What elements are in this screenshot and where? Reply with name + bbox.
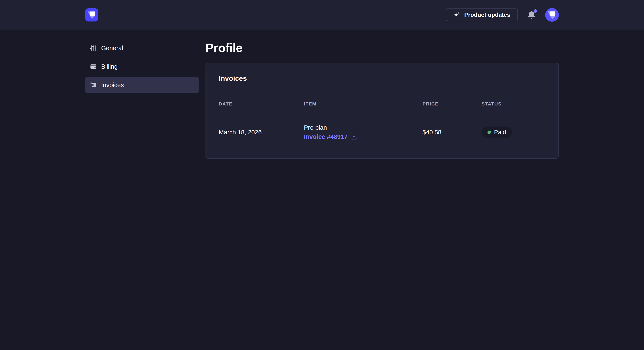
credit-card-icon [90, 63, 97, 70]
settings-layout: General Billing $ [0, 30, 644, 159]
status-label: Paid [494, 129, 506, 136]
download-icon[interactable] [351, 134, 357, 140]
sidebar-item-label: General [101, 45, 123, 52]
sliders-icon [90, 45, 97, 51]
sidebar-item-invoices[interactable]: $ Invoices [85, 77, 199, 93]
settings-sidebar: General Billing $ [85, 40, 199, 159]
strapi-mark-icon [545, 8, 559, 22]
status-dot-icon [488, 131, 491, 134]
sidebar-item-label: Billing [101, 63, 118, 70]
invoice-status-cell: Paid [482, 115, 546, 140]
sidebar-item-general[interactable]: General [85, 40, 199, 56]
column-header-date: DATE [219, 101, 304, 115]
invoice-item-cell: Pro plan Invoice #48917 [304, 115, 422, 140]
invoice-item-name: Pro plan [304, 124, 422, 131]
column-header-item: ITEM [304, 101, 422, 115]
sidebar-item-label: Invoices [101, 82, 124, 89]
app-logo[interactable] [85, 8, 98, 21]
invoice-icon: $ [90, 82, 97, 88]
invoice-link-label: Invoice #48917 [304, 133, 348, 140]
invoice-download-link[interactable]: Invoice #48917 [304, 133, 422, 140]
invoice-date-cell: March 18, 2026 [219, 115, 304, 140]
notifications-button[interactable] [527, 10, 536, 20]
invoices-table: DATE ITEM PRICE STATUS March 18, 2026 Pr… [219, 101, 546, 140]
top-navbar: Product updates [0, 0, 644, 30]
invoices-card: Invoices DATE ITEM PRICE STATUS March 18… [206, 63, 559, 159]
sparkles-icon [454, 11, 461, 18]
invoice-price-cell: $40.58 [422, 115, 482, 140]
column-header-status: STATUS [482, 101, 546, 115]
main-content: Profile Invoices DATE ITEM PRICE STATUS … [206, 40, 559, 159]
product-updates-label: Product updates [464, 12, 510, 18]
user-avatar[interactable] [545, 8, 559, 22]
navbar-actions: Product updates [446, 8, 559, 22]
invoices-card-title: Invoices [219, 74, 546, 82]
product-updates-button[interactable]: Product updates [446, 8, 518, 21]
column-header-price: PRICE [422, 101, 482, 115]
strapi-logo-icon [85, 8, 98, 21]
notification-unread-dot [534, 9, 537, 13]
sidebar-item-billing[interactable]: Billing [85, 59, 199, 74]
status-badge: Paid [482, 127, 512, 138]
page-title: Profile [206, 41, 559, 55]
